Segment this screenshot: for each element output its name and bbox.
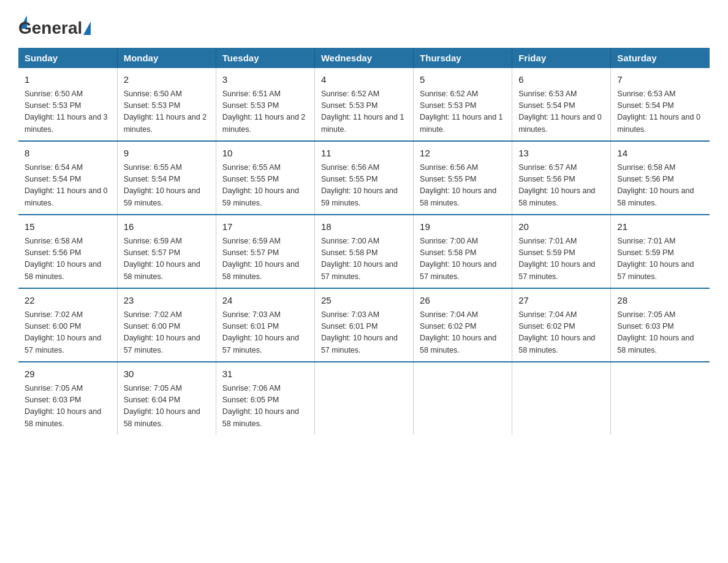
day-number: 4: [321, 73, 407, 87]
calendar-cell: 3 Sunrise: 6:51 AMSunset: 5:53 PMDayligh…: [216, 68, 314, 141]
day-number: 11: [321, 147, 407, 161]
header-thursday: Thursday: [414, 48, 512, 68]
week-row-4: 22 Sunrise: 7:02 AMSunset: 6:00 PMDaylig…: [18, 288, 710, 362]
calendar-cell: [314, 362, 413, 435]
calendar-cell: 15 Sunrise: 6:58 AMSunset: 5:56 PMDaylig…: [18, 215, 117, 288]
day-number: 2: [124, 73, 210, 87]
day-number: 6: [518, 73, 604, 87]
calendar-cell: 19 Sunrise: 7:00 AMSunset: 5:58 PMDaylig…: [414, 215, 512, 288]
calendar-cell: 10 Sunrise: 6:55 AMSunset: 5:55 PMDaylig…: [216, 141, 314, 215]
day-number: 26: [420, 294, 506, 308]
week-row-1: 1 Sunrise: 6:50 AMSunset: 5:53 PMDayligh…: [18, 68, 710, 141]
calendar-cell: 7 Sunrise: 6:53 AMSunset: 5:54 PMDayligh…: [611, 68, 710, 141]
calendar-cell: 26 Sunrise: 7:04 AMSunset: 6:02 PMDaylig…: [414, 288, 512, 362]
calendar-cell: 9 Sunrise: 6:55 AMSunset: 5:54 PMDayligh…: [117, 141, 216, 215]
header-tuesday: Tuesday: [216, 48, 314, 68]
day-info: Sunrise: 6:59 AMSunset: 5:57 PMDaylight:…: [222, 236, 308, 283]
calendar-cell: 8 Sunrise: 6:54 AMSunset: 5:54 PMDayligh…: [18, 141, 117, 215]
day-number: 22: [25, 294, 111, 308]
day-info: Sunrise: 7:01 AMSunset: 5:59 PMDaylight:…: [617, 236, 703, 283]
day-number: 31: [222, 367, 308, 381]
day-info: Sunrise: 6:52 AMSunset: 5:53 PMDaylight:…: [321, 88, 407, 136]
header-friday: Friday: [512, 48, 611, 68]
calendar-cell: 12 Sunrise: 6:56 AMSunset: 5:55 PMDaylig…: [414, 141, 512, 215]
day-number: 19: [420, 220, 506, 234]
calendar-cell: 30 Sunrise: 7:05 AMSunset: 6:04 PMDaylig…: [117, 362, 216, 435]
week-row-2: 8 Sunrise: 6:54 AMSunset: 5:54 PMDayligh…: [18, 141, 710, 215]
week-row-5: 29 Sunrise: 7:05 AMSunset: 6:03 PMDaylig…: [18, 362, 710, 435]
day-info: Sunrise: 6:59 AMSunset: 5:57 PMDaylight:…: [124, 236, 210, 283]
day-number: 16: [124, 220, 210, 234]
calendar-cell: 27 Sunrise: 7:04 AMSunset: 6:02 PMDaylig…: [512, 288, 611, 362]
day-number: 30: [124, 367, 210, 381]
day-number: 1: [25, 73, 111, 87]
day-number: 14: [617, 147, 703, 161]
calendar-cell: [512, 362, 611, 435]
day-info: Sunrise: 7:04 AMSunset: 6:02 PMDaylight:…: [420, 309, 506, 357]
calendar-cell: 2 Sunrise: 6:50 AMSunset: 5:53 PMDayligh…: [117, 68, 216, 141]
day-info: Sunrise: 7:00 AMSunset: 5:58 PMDaylight:…: [321, 236, 407, 283]
day-info: Sunrise: 7:03 AMSunset: 6:01 PMDaylight:…: [222, 309, 308, 357]
day-number: 27: [518, 294, 604, 308]
day-info: Sunrise: 6:53 AMSunset: 5:54 PMDaylight:…: [617, 88, 703, 136]
calendar-cell: 4 Sunrise: 6:52 AMSunset: 5:53 PMDayligh…: [314, 68, 413, 141]
calendar-cell: 31 Sunrise: 7:06 AMSunset: 6:05 PMDaylig…: [216, 362, 314, 435]
day-info: Sunrise: 6:51 AMSunset: 5:53 PMDaylight:…: [222, 88, 308, 136]
calendar-cell: 20 Sunrise: 7:01 AMSunset: 5:59 PMDaylig…: [512, 215, 611, 288]
day-number: 25: [321, 294, 407, 308]
calendar-table: SundayMondayTuesdayWednesdayThursdayFrid…: [18, 48, 710, 435]
day-number: 28: [617, 294, 703, 308]
day-number: 13: [518, 147, 604, 161]
day-info: Sunrise: 7:05 AMSunset: 6:03 PMDaylight:…: [25, 383, 111, 431]
day-number: 21: [617, 220, 703, 234]
calendar-cell: 16 Sunrise: 6:59 AMSunset: 5:57 PMDaylig…: [117, 215, 216, 288]
calendar-cell: 23 Sunrise: 7:02 AMSunset: 6:00 PMDaylig…: [117, 288, 216, 362]
day-number: 18: [321, 220, 407, 234]
calendar-cell: 11 Sunrise: 6:56 AMSunset: 5:55 PMDaylig…: [314, 141, 413, 215]
calendar-cell: 1 Sunrise: 6:50 AMSunset: 5:53 PMDayligh…: [18, 68, 117, 141]
day-number: 20: [518, 220, 604, 234]
calendar-header-row: SundayMondayTuesdayWednesdayThursdayFrid…: [18, 48, 710, 68]
day-info: Sunrise: 6:57 AMSunset: 5:56 PMDaylight:…: [518, 162, 604, 210]
day-info: Sunrise: 6:56 AMSunset: 5:55 PMDaylight:…: [420, 162, 506, 210]
calendar-cell: 14 Sunrise: 6:58 AMSunset: 5:56 PMDaylig…: [611, 141, 710, 215]
day-number: 29: [25, 367, 111, 381]
day-info: Sunrise: 6:58 AMSunset: 5:56 PMDaylight:…: [617, 162, 703, 210]
calendar-cell: [611, 362, 710, 435]
day-number: 12: [420, 147, 506, 161]
calendar-cell: 22 Sunrise: 7:02 AMSunset: 6:00 PMDaylig…: [18, 288, 117, 362]
calendar-cell: 17 Sunrise: 6:59 AMSunset: 5:57 PMDaylig…: [216, 215, 314, 288]
calendar-cell: 24 Sunrise: 7:03 AMSunset: 6:01 PMDaylig…: [216, 288, 314, 362]
calendar-cell: 21 Sunrise: 7:01 AMSunset: 5:59 PMDaylig…: [611, 215, 710, 288]
day-number: 5: [420, 73, 506, 87]
logo: General: [18, 12, 92, 36]
calendar-cell: 18 Sunrise: 7:00 AMSunset: 5:58 PMDaylig…: [314, 215, 413, 288]
day-number: 9: [124, 147, 210, 161]
day-info: Sunrise: 6:50 AMSunset: 5:53 PMDaylight:…: [124, 88, 210, 136]
calendar-cell: [414, 362, 512, 435]
day-number: 8: [25, 147, 111, 161]
day-info: Sunrise: 7:03 AMSunset: 6:01 PMDaylight:…: [321, 309, 407, 357]
calendar-cell: 28 Sunrise: 7:05 AMSunset: 6:03 PMDaylig…: [611, 288, 710, 362]
day-info: Sunrise: 7:02 AMSunset: 6:00 PMDaylight:…: [25, 309, 111, 357]
day-info: Sunrise: 6:53 AMSunset: 5:54 PMDaylight:…: [518, 88, 604, 136]
calendar-cell: 6 Sunrise: 6:53 AMSunset: 5:54 PMDayligh…: [512, 68, 611, 141]
header-sunday: Sunday: [18, 48, 117, 68]
header-saturday: Saturday: [611, 48, 710, 68]
day-number: 17: [222, 220, 308, 234]
logo-general-text: General: [18, 18, 82, 38]
header-wednesday: Wednesday: [314, 48, 413, 68]
day-info: Sunrise: 7:05 AMSunset: 6:03 PMDaylight:…: [617, 309, 703, 357]
header-monday: Monday: [117, 48, 216, 68]
day-info: Sunrise: 7:05 AMSunset: 6:04 PMDaylight:…: [124, 383, 210, 431]
day-number: 3: [222, 73, 308, 87]
day-info: Sunrise: 6:58 AMSunset: 5:56 PMDaylight:…: [25, 236, 111, 283]
day-info: Sunrise: 6:52 AMSunset: 5:53 PMDaylight:…: [420, 88, 506, 136]
page-header: General: [18, 12, 710, 36]
calendar-cell: 5 Sunrise: 6:52 AMSunset: 5:53 PMDayligh…: [414, 68, 512, 141]
logo-arrow-icon: [83, 21, 91, 35]
day-info: Sunrise: 6:50 AMSunset: 5:53 PMDaylight:…: [25, 88, 111, 136]
day-info: Sunrise: 6:55 AMSunset: 5:55 PMDaylight:…: [222, 162, 308, 210]
day-info: Sunrise: 7:01 AMSunset: 5:59 PMDaylight:…: [518, 236, 604, 283]
day-number: 10: [222, 147, 308, 161]
